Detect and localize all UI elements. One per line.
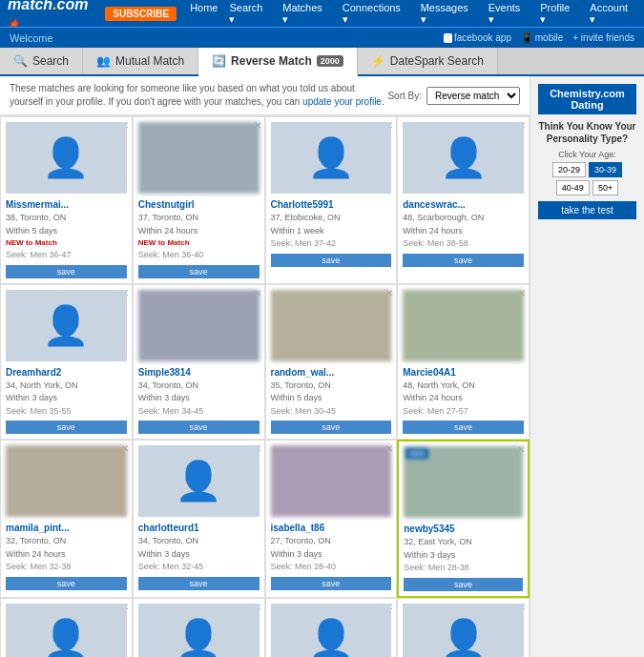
nav-profile[interactable]: Profile ▾ [540, 2, 578, 26]
avatar-icon: 👤 [42, 135, 90, 180]
avatar-icon: 👤 [440, 135, 488, 180]
save-match-button[interactable]: save [403, 254, 524, 267]
match-photo[interactable] [271, 445, 392, 517]
reverse-icon: 🔄 [212, 54, 226, 68]
match-name[interactable]: random_wal... [271, 365, 392, 380]
nav-home[interactable]: Home [190, 2, 218, 26]
site-logo[interactable]: match.com🍁 [8, 0, 99, 31]
match-photo[interactable]: 👤 [403, 604, 524, 658]
match-photo[interactable]: 👤 [138, 604, 260, 658]
match-online: Within 5 days [6, 225, 127, 238]
match-seek: Seek: Men 28-38 [404, 562, 523, 575]
match-name[interactable]: Missmermai... [6, 197, 127, 212]
info-bar: These matches are looking for someone li… [0, 76, 530, 115]
match-card: ✕HDNnewby534532, East York, ONWithin 3 d… [397, 440, 530, 598]
match-photo[interactable]: 👤 [271, 604, 392, 658]
match-name[interactable]: newby5345 [404, 522, 523, 536]
match-photo[interactable] [6, 445, 127, 517]
invite-link[interactable]: + invite friends [572, 32, 634, 43]
age-btn-50-plus[interactable]: 50+ [592, 180, 618, 195]
tab-mutual-match[interactable]: 👥 Mutual Match [83, 48, 198, 74]
match-photo[interactable]: 👤 [138, 445, 260, 517]
main-content: These matches are looking for someone li… [0, 76, 530, 657]
age-btn-20-29[interactable]: 20-29 [552, 162, 586, 177]
match-name[interactable]: Marcie04A1 [403, 365, 524, 380]
mobile-link[interactable]: 📱 mobile [521, 32, 563, 43]
tabs-bar: 🔍 Search 👥 Mutual Match 🔄 Reverse Match … [0, 48, 644, 76]
match-status: NEW to Match [138, 237, 260, 249]
match-name[interactable]: Chestnutgirl [138, 197, 260, 212]
mutual-icon: 👥 [96, 54, 111, 68]
match-photo[interactable] [138, 122, 260, 194]
match-card: ✕mamila_pint...32, Toronto, ONWithin 24 … [0, 440, 133, 598]
match-photo[interactable] [271, 290, 392, 361]
save-match-button[interactable]: save [403, 421, 524, 434]
match-info: Missmermai...38, Toronto, ONWithin 5 day… [6, 197, 127, 262]
sort-select[interactable]: Reverse match Last active Newest [426, 87, 520, 105]
match-online: Within 3 days [6, 392, 127, 405]
match-online: Within 24 hours [138, 225, 260, 238]
match-card: ✕👤stupidcupid...36, North York, ONWithin… [265, 598, 398, 658]
match-info: Simple381434, Toronto, ONWithin 3 daysSe… [138, 365, 260, 419]
save-match-button[interactable]: save [404, 578, 523, 591]
matches-grid: ✕👤Missmermai...38, Toronto, ONWithin 5 d… [0, 115, 530, 657]
save-match-button[interactable]: save [271, 421, 392, 434]
match-card: ✕👤HipFrenchgal36, Toronto, ONWithin 24 h… [397, 598, 530, 658]
tab-reverse-match[interactable]: 🔄 Reverse Match 2000 [198, 48, 358, 76]
subscribe-button[interactable]: SUBSCRIBE [105, 7, 177, 21]
match-photo[interactable] [403, 290, 524, 361]
nav-matches[interactable]: Matches ▾ [282, 2, 330, 26]
save-match-button[interactable]: save [138, 577, 260, 590]
age-btn-40-49[interactable]: 40-49 [556, 180, 590, 195]
match-photo[interactable]: 👤 [271, 122, 392, 194]
match-photo[interactable]: HDN [404, 446, 523, 518]
nav-events[interactable]: Events ▾ [488, 2, 530, 26]
match-seek: Seek: Men 35-55 [6, 405, 127, 419]
content-area: These matches are looking for someone li… [0, 76, 530, 657]
match-name[interactable]: Charlotte5991 [271, 197, 392, 212]
age-btn-30-39[interactable]: 30-39 [589, 162, 622, 177]
match-name[interactable]: mamila_pint... [6, 521, 127, 535]
save-match-button[interactable]: save [138, 265, 260, 278]
match-name[interactable]: Simple3814 [138, 365, 260, 380]
tab-search[interactable]: 🔍 Search [0, 48, 83, 74]
facebook-link[interactable]: ffacebook app [444, 32, 511, 43]
match-detail: 35, Toronto, ON [271, 380, 392, 393]
take-test-button[interactable]: take the test [538, 201, 636, 219]
nav-messages[interactable]: Messages ▾ [421, 2, 477, 26]
match-online: Within 1 week [271, 225, 392, 238]
tab-datespark[interactable]: ⚡ DateSpark Search [358, 48, 498, 74]
match-card: ✕👤rosellabgel...36, Etobicoke, ONWithin … [0, 598, 133, 658]
header: match.com🍁 SUBSCRIBE Home Search ▾ Match… [0, 0, 644, 27]
save-match-button[interactable]: save [6, 421, 127, 434]
match-photo[interactable]: 👤 [6, 604, 127, 658]
match-detail: 38, Toronto, ON [6, 212, 127, 225]
match-online: Within 24 hours [403, 392, 524, 405]
nav-account[interactable]: Account ▾ [590, 2, 636, 26]
match-photo[interactable]: 👤 [6, 290, 127, 361]
nav-search[interactable]: Search ▾ [229, 2, 271, 26]
match-info: charlotteurd134, Toronto, ONWithin 3 day… [138, 521, 260, 574]
nav-connections[interactable]: Connections ▾ [343, 2, 409, 26]
sort-label: Sort By: [387, 91, 422, 101]
save-match-button[interactable]: save [6, 265, 127, 278]
match-card: ✕👤danceswrac...48, Scarborough, ONWithin… [397, 116, 530, 284]
match-name[interactable]: isabella_t86 [271, 521, 392, 535]
match-name[interactable]: Dreamhard2 [6, 365, 127, 380]
match-name[interactable]: danceswrac... [403, 197, 524, 212]
update-profile-link[interactable]: update your profile. [302, 96, 384, 107]
match-seek: Seek: Men 27-57 [403, 405, 524, 419]
match-name[interactable]: charlotteurd1 [138, 521, 260, 535]
save-match-button[interactable]: save [271, 577, 392, 590]
match-photo[interactable] [138, 290, 260, 361]
match-online: Within 3 days [404, 549, 523, 563]
match-photo[interactable]: 👤 [403, 122, 524, 194]
match-seek: Seek: Men 36-47 [6, 249, 127, 262]
avatar-icon: 👤 [307, 617, 355, 658]
match-seek: Seek: Men 38-58 [403, 237, 524, 251]
match-status: NEW to Match [6, 237, 127, 249]
save-match-button[interactable]: save [6, 577, 127, 590]
save-match-button[interactable]: save [271, 254, 392, 267]
save-match-button[interactable]: save [138, 421, 260, 434]
match-photo[interactable]: 👤 [6, 122, 127, 194]
